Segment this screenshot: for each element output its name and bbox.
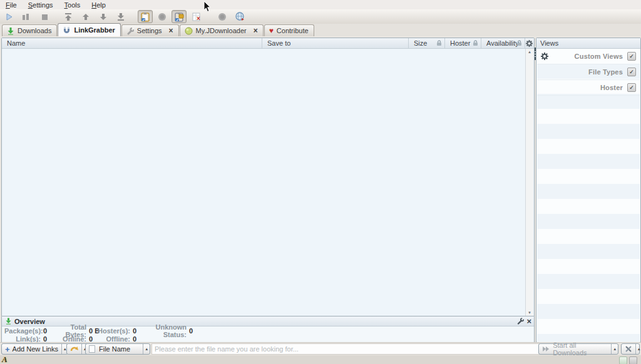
clipboard-settings-toggle[interactable]: ✓ [172, 10, 187, 23]
lock-icon [473, 40, 478, 48]
tab-linkgrabber[interactable]: LinkGrabber [58, 23, 120, 36]
search-input[interactable] [151, 343, 542, 355]
tab-label: Contribute [277, 27, 309, 34]
tab-downloads[interactable]: Downloads [2, 24, 57, 36]
heart-icon: ♥ [269, 28, 274, 34]
gear-icon[interactable] [541, 53, 548, 61]
overview-arrow-icon [5, 318, 12, 325]
lock-icon [436, 40, 442, 48]
search-category-combo[interactable]: File Name ▴ [85, 343, 150, 355]
close-panel-icon[interactable]: × [526, 318, 531, 325]
views-panel-header: Views [536, 38, 640, 49]
svg-text:✓: ✓ [176, 18, 179, 21]
move-to-bottom-button[interactable] [114, 11, 128, 23]
reconnect-toggle-disabled[interactable] [215, 11, 229, 23]
table-scrollbar[interactable]: ▲ ▼ [525, 49, 533, 316]
column-header-availability[interactable]: Availability [481, 38, 525, 48]
add-new-links-label: Add New Links [13, 345, 58, 353]
play-icon [5, 13, 14, 21]
start-all-downloads-button[interactable]: Start all Downloads [539, 344, 611, 354]
views-item-label: File Types [588, 68, 623, 76]
views-title: Views [540, 39, 558, 47]
stat-label: Hoster(s): [96, 327, 130, 335]
views-item-hoster[interactable]: Hoster ✓ [537, 80, 640, 96]
clipboard-lock-icon: ✓ [174, 12, 184, 22]
start-all-label: Start all Downloads [553, 341, 608, 356]
start-downloads-button[interactable] [3, 11, 16, 23]
stat-value: 0 [133, 327, 140, 335]
status-strip: A [0, 355, 641, 364]
add-new-links-button[interactable]: + Add New Links [2, 344, 61, 354]
tab-bar: Downloads LinkGrabber Settings × My.JDow… [0, 24, 641, 36]
move-to-top-button[interactable] [61, 11, 75, 23]
views-item-custom-views[interactable]: Custom Views ✓ [537, 49, 640, 64]
close-tab-icon[interactable]: × [169, 28, 173, 34]
move-down-icon [99, 13, 108, 21]
move-up-button[interactable] [79, 11, 93, 23]
move-to-bottom-icon [116, 13, 125, 21]
close-tab-icon[interactable]: × [254, 28, 258, 34]
checkbox-checked[interactable]: ✓ [627, 68, 636, 76]
checkbox-checked[interactable]: ✓ [627, 83, 636, 92]
views-item-label: Hoster [600, 84, 623, 91]
menu-bar: File Settings Tools Help [0, 0, 641, 9]
exit-button[interactable]: × [190, 11, 204, 23]
menu-help[interactable]: Help [86, 1, 111, 9]
toolbar: ✓ ✓ × [0, 9, 641, 24]
paste-links-button[interactable] [67, 344, 81, 354]
pause-downloads-button[interactable] [19, 11, 33, 23]
tab-label: LinkGrabber [74, 26, 115, 34]
file-icon [89, 345, 95, 353]
mouse-cursor [203, 1, 211, 13]
svg-text:✓: ✓ [142, 18, 145, 21]
linkgrabber-table-panel: Name Save to Size Hoster Availability [1, 38, 535, 317]
wrench-icon[interactable] [517, 318, 524, 325]
start-all-dropdown[interactable]: ▴ [611, 344, 618, 354]
move-down-button[interactable] [96, 11, 110, 23]
wrench-icon [126, 27, 134, 35]
stop-downloads-button[interactable] [38, 11, 51, 23]
clipboard-observer-toggle[interactable]: ✓ [138, 10, 153, 23]
tab-my-jdownloader[interactable]: My.JDownloader × [180, 24, 264, 36]
column-header-name[interactable]: Name [2, 38, 262, 48]
menu-settings[interactable]: Settings [23, 1, 59, 9]
myjd-globe-icon [185, 27, 193, 35]
overview-panel: Overview × Package(s):0 Total Bytes:0 B … [1, 316, 535, 343]
disabled-toggle-icon [158, 13, 167, 21]
column-settings-button[interactable] [525, 38, 533, 48]
tab-label: Downloads [18, 27, 51, 34]
scroll-down-icon[interactable]: ▼ [526, 310, 533, 316]
menu-tools[interactable]: Tools [59, 1, 86, 9]
web-interface-button[interactable] [233, 11, 247, 23]
move-to-top-icon [64, 13, 73, 21]
disabled-toggle-icon [218, 13, 227, 21]
scroll-up-icon[interactable]: ▲ [526, 49, 533, 55]
gear-icon [526, 40, 533, 47]
undo-arrow-icon [70, 345, 78, 353]
magnet-icon [63, 26, 71, 34]
bottom-action-bar: + Add New Links ▴ ▴ File Name ▴ Start al… [0, 342, 641, 356]
views-panel: Views Custom Views ✓ File Types ✓ Hoster [536, 38, 641, 343]
systray-icon-gray [629, 356, 637, 364]
search-category-dropdown[interactable]: ▴ [143, 344, 150, 354]
download-settings-dropdown[interactable]: ▴ [635, 344, 641, 354]
table-body-empty [3, 49, 526, 316]
tab-label: Settings [137, 27, 162, 34]
stat-label: Unknown Status: [140, 323, 187, 338]
premium-toggle-disabled[interactable] [155, 11, 169, 23]
checkbox-checked[interactable]: ✓ [627, 52, 636, 61]
menu-file[interactable]: File [0, 1, 23, 9]
column-header-save-to[interactable]: Save to [262, 38, 409, 48]
tab-contribute[interactable]: ♥ Contribute [264, 24, 314, 36]
column-header-size[interactable]: Size [409, 38, 445, 48]
column-header-hoster[interactable]: Hoster [445, 38, 481, 48]
table-header: Name Save to Size Hoster Availability [2, 38, 534, 49]
views-item-file-types[interactable]: File Types ✓ [537, 64, 640, 80]
download-settings-button[interactable] [622, 344, 635, 354]
tab-settings[interactable]: Settings × [121, 24, 179, 36]
lock-icon [516, 40, 522, 48]
double-arrow-icon [542, 346, 550, 352]
clipboard-icon: ✓ [140, 12, 150, 22]
overview-title: Overview [14, 318, 45, 325]
globe-icon [235, 12, 245, 22]
